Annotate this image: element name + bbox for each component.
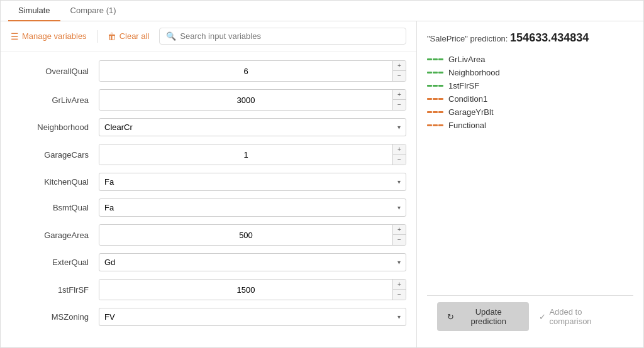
numeric-input[interactable] [99, 144, 392, 165]
increment-button[interactable]: + [393, 61, 406, 71]
trash-icon: 🗑 [108, 31, 116, 41]
variable-input-wrap: +− [99, 144, 406, 165]
increment-button[interactable]: + [393, 90, 406, 100]
variable-row: NeighborhoodClearCr▾ [1, 114, 416, 140]
legend-name: Functional [448, 121, 486, 130]
clear-all-button[interactable]: 🗑 Clear all [108, 31, 150, 41]
stepper-btns: +− [392, 225, 406, 245]
legend-bar [433, 58, 438, 60]
numeric-input[interactable] [99, 225, 392, 245]
stepper-btns: +− [392, 280, 406, 300]
update-prediction-button[interactable]: ↻ Update prediction [437, 302, 529, 331]
variable-input-wrap: ClearCr▾ [99, 118, 406, 136]
legend-bar [427, 124, 432, 126]
variable-label: OverallQual [11, 67, 99, 76]
variable-label: BsmtQual [11, 203, 99, 212]
legend-bars [427, 58, 443, 60]
select-input[interactable]: FV [99, 308, 392, 325]
decrement-button[interactable]: − [393, 290, 406, 300]
prediction-value: 154633.434834 [510, 31, 589, 44]
tab-simulate[interactable]: Simulate [8, 1, 60, 21]
legend-bar [433, 111, 438, 113]
variable-input-wrap: Fa▾ [99, 173, 406, 191]
variable-row: GarageCars+− [1, 140, 416, 169]
tabs-bar: Simulate Compare (1) [1, 1, 643, 21]
increment-button[interactable]: + [393, 225, 406, 235]
variable-input-wrap: +− [99, 60, 406, 82]
manage-variables-button[interactable]: ☰ Manage variables [11, 31, 87, 41]
select-input-group: Fa▾ [99, 198, 406, 217]
chevron-down-icon: ▾ [392, 178, 406, 185]
stepper-btns: +− [392, 61, 406, 81]
variable-label: 1stFlrSF [11, 285, 99, 295]
select-input[interactable]: Fa [99, 199, 392, 216]
prediction-header: "SalePrice" prediction: 154633.434834 [427, 31, 633, 45]
prediction-label: "SalePrice" prediction: [427, 34, 508, 43]
chevron-down-icon: ▾ [392, 259, 406, 266]
left-panel: ☰ Manage variables 🗑 Clear all 🔍 Overall… [1, 21, 417, 347]
legend-bars [427, 111, 443, 113]
variable-input-wrap: +− [99, 89, 406, 111]
variable-label: ExterQual [11, 258, 99, 267]
legend-name: Condition1 [448, 94, 487, 104]
right-panel: "SalePrice" prediction: 154633.434834 Gr… [417, 21, 643, 347]
numeric-input-group: +− [99, 279, 406, 300]
toolbar-separator [97, 30, 97, 43]
tab-compare[interactable]: Compare (1) [60, 1, 126, 21]
chevron-down-icon: ▾ [392, 204, 406, 211]
list-icon: ☰ [11, 31, 19, 41]
numeric-input[interactable] [99, 280, 392, 300]
chevron-down-icon: ▾ [392, 313, 406, 320]
variable-row: OverallQual+− [1, 57, 416, 85]
legend-bars [427, 124, 443, 126]
variable-row: GrLivArea+− [1, 85, 416, 114]
numeric-input[interactable] [99, 90, 392, 110]
decrement-button[interactable]: − [393, 155, 406, 165]
legend-item: 1stFlrSF [427, 81, 633, 90]
increment-button[interactable]: + [393, 280, 406, 290]
variable-input-wrap: +− [99, 279, 406, 300]
main-layout: ☰ Manage variables 🗑 Clear all 🔍 Overall… [1, 21, 643, 347]
legend-bar [438, 85, 443, 87]
legend-bar [433, 124, 438, 126]
variable-input-wrap: Gd▾ [99, 253, 406, 271]
select-input[interactable]: Gd [99, 254, 392, 271]
legend-bar [438, 58, 443, 60]
increment-button[interactable]: + [393, 144, 406, 155]
variable-row: BsmtQualFa▾ [1, 195, 416, 220]
numeric-input[interactable] [99, 61, 392, 81]
legend-bar [433, 98, 438, 100]
variables-list: OverallQual+−GrLivArea+−NeighborhoodClea… [1, 52, 416, 347]
select-input-group: FV▾ [99, 308, 406, 326]
variable-input-wrap: +− [99, 224, 406, 246]
variable-row: KitchenQualFa▾ [1, 169, 416, 195]
variable-row: 1stFlrSF+− [1, 275, 416, 304]
legend-bar [427, 58, 432, 60]
decrement-button[interactable]: − [393, 71, 406, 81]
legend-list: GrLivAreaNeighborhood1stFlrSFCondition1G… [427, 55, 633, 130]
variable-input-wrap: Fa▾ [99, 198, 406, 217]
legend-name: 1stFlrSF [448, 81, 479, 90]
legend-bar [427, 85, 432, 87]
legend-bar [438, 98, 443, 100]
variable-row: GarageArea+− [1, 220, 416, 249]
select-input[interactable]: Fa [99, 173, 392, 190]
app-container: Simulate Compare (1) ☰ Manage variables … [0, 0, 644, 348]
added-to-comparison-label: ✓ Added to comparison [539, 307, 623, 326]
numeric-input-group: +− [99, 89, 406, 111]
numeric-input-group: +− [99, 224, 406, 246]
search-input[interactable] [180, 31, 399, 41]
legend-item: Functional [427, 121, 633, 130]
decrement-button[interactable]: − [393, 235, 406, 245]
numeric-input-group: +− [99, 60, 406, 82]
stepper-btns: +− [392, 90, 406, 110]
legend-bar [427, 98, 432, 100]
check-icon: ✓ [539, 312, 546, 322]
select-input-group: Gd▾ [99, 253, 406, 271]
legend-bar [433, 85, 438, 87]
refresh-icon: ↻ [447, 312, 454, 322]
legend-bar [427, 111, 432, 113]
decrement-button[interactable]: − [393, 100, 406, 110]
legend-name: GarageYrBlt [448, 107, 494, 117]
select-input[interactable]: ClearCr [99, 119, 392, 136]
